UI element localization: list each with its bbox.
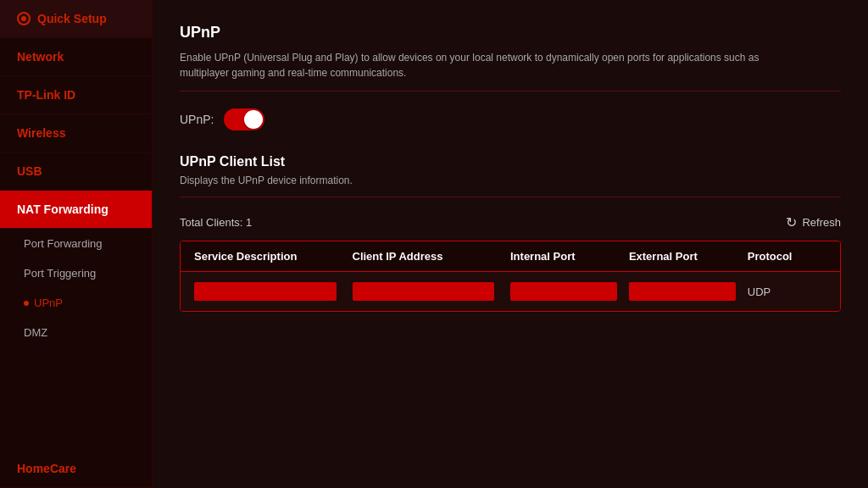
sidebar-sublabel-dmz: DMZ [24,326,47,339]
upnp-toggle-row: UPnP: [180,108,841,130]
sidebar-label-quick-setup: Quick Setup [37,12,107,25]
sidebar-sublabel-upnp: UPnP [34,297,63,309]
sidebar-label-tp-link-id: TP-Link ID [17,88,75,102]
sidebar-label-nat-forwarding: NAT Forwarding [17,202,108,216]
client-list-title: UPnP Client List [180,154,841,169]
sidebar-item-tp-link-id[interactable]: TP-Link ID [0,76,152,114]
upnp-toggle-label: UPnP: [180,113,214,126]
col-protocol: Protocol [748,250,826,263]
upnp-section: UPnP Enable UPnP (Universal Plug and Pla… [180,24,841,130]
sidebar-subitem-dmz[interactable]: DMZ [0,318,152,347]
table-header: Service Description Client IP Address In… [181,241,840,272]
cell-protocol: UDP [748,286,826,298]
col-external-port: External Port [629,250,748,263]
client-list-divider [180,197,841,197]
client-list-description: Displays the UPnP device information. [180,175,841,186]
table-row: UDP [181,272,840,311]
upnp-divider [180,91,841,92]
sidebar-item-network[interactable]: Network [0,38,152,76]
main-content: UPnP Enable UPnP (Universal Plug and Pla… [153,0,868,488]
sidebar-subitem-port-forwarding[interactable]: Port Forwarding [0,229,152,258]
cell-external-port [629,282,736,301]
cell-client-ip [353,282,495,301]
col-service-description: Service Description [194,250,353,263]
sidebar-item-wireless[interactable]: Wireless [0,114,152,152]
sidebar-sublabel-port-triggering: Port Triggering [24,267,96,280]
cell-internal-port [510,282,617,301]
col-client-ip: Client IP Address [353,250,511,263]
refresh-icon: ↻ [786,214,797,230]
col-internal-port: Internal Port [510,250,629,263]
client-list-section: UPnP Client List Displays the UPnP devic… [180,154,841,312]
total-refresh-row: Total Clients: 1 ↻ Refresh [180,214,841,230]
sidebar-subitem-upnp[interactable]: UPnP [0,288,152,318]
sidebar: Quick Setup Network TP-Link ID Wireless … [0,0,153,488]
sidebar-sublabel-port-forwarding: Port Forwarding [24,237,102,250]
sidebar-item-usb[interactable]: USB [0,152,152,191]
sidebar-label-network: Network [17,50,64,64]
upnp-title: UPnP [180,24,841,42]
sidebar-item-homecare[interactable]: HomeCare [0,450,152,488]
active-dot-icon [24,301,29,306]
refresh-label: Refresh [802,216,841,229]
target-icon [17,12,31,25]
sidebar-item-nat-forwarding[interactable]: NAT Forwarding [0,191,152,229]
upnp-description: Enable UPnP (Universal Plug and Play) to… [180,50,773,80]
total-clients-label: Total Clients: 1 [180,216,252,229]
upnp-table: Service Description Client IP Address In… [180,241,841,312]
sidebar-item-quick-setup[interactable]: Quick Setup [0,0,152,38]
refresh-button[interactable]: ↻ Refresh [786,214,841,230]
sidebar-label-homecare: HomeCare [17,462,76,475]
sidebar-label-wireless: Wireless [17,126,65,140]
toggle-knob [244,110,263,129]
sidebar-subitem-port-triggering[interactable]: Port Triggering [0,258,152,288]
sidebar-label-usb: USB [17,164,42,178]
upnp-toggle[interactable] [224,108,264,130]
cell-service-description [194,282,337,301]
